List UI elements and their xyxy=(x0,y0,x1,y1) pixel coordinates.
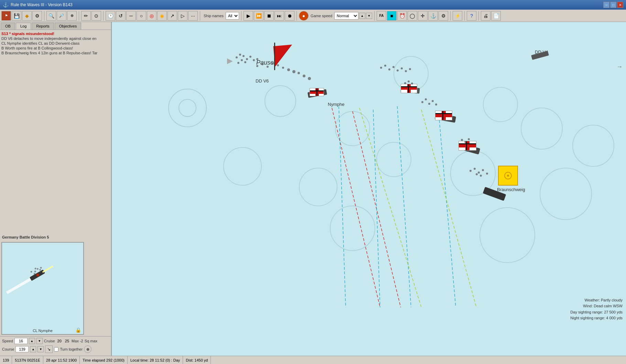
course-icon[interactable]: ↘ xyxy=(45,345,53,353)
main-layout: OB Log Reports Objectives S13 * signals … xyxy=(0,22,626,356)
svg-line-19 xyxy=(397,106,411,307)
fa-btn[interactable]: FA xyxy=(377,11,386,21)
ship-cluster-mid-upper[interactable] xyxy=(401,87,420,93)
log-entry-4: B Braunschweig fires 4 12in guns at B Re… xyxy=(1,51,110,55)
cl-nymphe-ship[interactable] xyxy=(308,91,327,96)
ship-column-mid[interactable] xyxy=(435,115,456,121)
target-box[interactable] xyxy=(498,166,518,186)
maximize-button[interactable]: □ xyxy=(610,2,616,8)
cross-btn[interactable]: ✛ xyxy=(418,11,428,21)
zoom-out-btn[interactable]: 🔎 xyxy=(57,11,66,21)
clock-btn[interactable]: 🕐 xyxy=(106,11,115,21)
lightning-btn[interactable]: ⚡ xyxy=(453,11,462,21)
svg-point-6 xyxy=(521,108,562,149)
svg-line-15 xyxy=(332,108,380,307)
toolbar-btn-1[interactable]: ⚑ xyxy=(1,11,11,21)
info-btn[interactable]: ⊙ xyxy=(91,11,101,21)
speed-down-btn[interactable]: ▼ xyxy=(366,13,372,19)
orange-btn[interactable]: ◉ xyxy=(157,11,167,21)
svg-point-2 xyxy=(265,86,296,117)
toolbar-btn-3[interactable]: ◆ xyxy=(22,11,32,21)
speed-up-btn[interactable]: ▲ xyxy=(359,13,365,19)
status-position: 5137N 00251E xyxy=(12,356,43,364)
minimap-lock-icon[interactable]: 🔒 xyxy=(75,327,81,333)
play-btn[interactable]: ▶ xyxy=(244,11,253,21)
svg-line-16 xyxy=(353,111,401,307)
window-controls[interactable]: ─ □ ✕ xyxy=(603,2,623,8)
ship-names-select[interactable]: All xyxy=(226,12,239,20)
divider-9 xyxy=(464,11,465,21)
svg-point-0 xyxy=(169,89,206,127)
zoom-in-btn[interactable]: 🔍 xyxy=(46,11,56,21)
ship-lower-mid[interactable] xyxy=(459,146,480,152)
anchor2-btn[interactable]: ⚓ xyxy=(428,11,438,21)
pointer-btn[interactable]: ▷ xyxy=(178,11,187,21)
minimap-label: CL Nymphe xyxy=(33,329,53,333)
toolbar-right: FA ■ ⏰ ◯ ✛ ⚓ ⚙ ⚡ ? 🖨 📄 xyxy=(377,11,501,21)
svg-point-14 xyxy=(480,208,535,263)
svg-point-9 xyxy=(377,142,411,177)
edit-btn[interactable]: ✏ xyxy=(81,11,91,21)
svg-point-11 xyxy=(540,168,592,220)
zoom-reset-btn[interactable]: ⊕ xyxy=(67,11,77,21)
minimize-button[interactable]: ─ xyxy=(603,2,609,8)
question-btn[interactable]: ? xyxy=(467,11,476,21)
nav-arrow-right: → xyxy=(616,63,623,70)
tab-reports[interactable]: Reports xyxy=(32,23,54,30)
svg-line-17 xyxy=(339,106,346,307)
status-time: 28 apr 11:52 1900 xyxy=(43,356,80,364)
left-panel: OB Log Reports Objectives S13 * signals … xyxy=(0,22,112,356)
tab-log[interactable]: Log xyxy=(16,23,31,30)
clock2-btn[interactable]: ⏰ xyxy=(397,11,407,21)
divider-2 xyxy=(79,11,79,21)
braunschweig-ship[interactable] xyxy=(483,190,506,197)
arrow-btn[interactable]: ↗ xyxy=(168,11,177,21)
divider-7 xyxy=(374,11,375,21)
speed-down[interactable]: ▼ xyxy=(36,338,43,344)
log-entry-1: DD V6 detaches to move independently aga… xyxy=(1,36,110,41)
speed-up[interactable]: ▲ xyxy=(29,338,35,344)
divider-3 xyxy=(103,11,104,21)
log-entry-3: B Worth opens fire at B Collingwood-clas… xyxy=(1,46,110,51)
close-button[interactable]: ✕ xyxy=(617,2,623,8)
status-local-time: Local time: 28 11:52 (0) : Day xyxy=(128,356,183,364)
svg-line-21 xyxy=(359,108,421,307)
print1-btn[interactable]: 🖨 xyxy=(481,11,490,21)
target-box-inner xyxy=(504,172,512,179)
dots-btn[interactable]: ··· xyxy=(188,11,198,21)
tab-ob[interactable]: OB xyxy=(1,23,15,30)
status-dist: Dist: 1450 yd xyxy=(183,356,211,364)
game-speed-select[interactable]: Normal xyxy=(334,12,358,20)
course-input[interactable] xyxy=(15,346,29,352)
speed-row: Speed ▲ ▼ Cruise 20 25 Max -2 Sq max xyxy=(2,338,109,344)
ff2-btn[interactable]: ⏭ xyxy=(274,11,284,21)
toolbar-btn-2[interactable]: 💾 xyxy=(12,11,21,21)
refresh-btn[interactable]: ↺ xyxy=(116,11,126,21)
end-btn[interactable]: ⏺ xyxy=(285,11,294,21)
play-controls: ▶ ⏩ ⏹ ⏭ ⏺ xyxy=(244,11,294,21)
circle2-btn[interactable]: ◯ xyxy=(408,11,417,21)
minus-btn[interactable]: ─ xyxy=(126,11,136,21)
log-entry-0: S13 * signals misunderstood! xyxy=(1,31,110,36)
map-area[interactable]: Paused DD V4 DD V6 Nymphe Braunschweig →… xyxy=(112,22,626,356)
course-up[interactable]: ▲ xyxy=(30,346,36,352)
circle-btn[interactable]: ○ xyxy=(137,11,146,21)
ff-btn[interactable]: ⏩ xyxy=(254,11,263,21)
speed-input[interactable] xyxy=(14,338,28,344)
svg-point-7 xyxy=(224,147,261,185)
toolbar-btn-4[interactable]: ⚙ xyxy=(32,11,42,21)
target-btn[interactable]: ◎ xyxy=(147,11,156,21)
print2-btn[interactable]: 📄 xyxy=(491,11,501,21)
gear2-btn[interactable]: ⚙ xyxy=(439,11,448,21)
divider-4 xyxy=(200,11,200,21)
cyan-btn[interactable]: ■ xyxy=(387,11,397,21)
stop-btn[interactable]: ⏹ xyxy=(264,11,274,21)
ddv4-ship[interactable] xyxy=(531,53,549,58)
ship-names-section: Ship names All xyxy=(202,12,239,20)
formation-btn[interactable]: ⊕ xyxy=(84,345,91,353)
game-speed-section: ● Game speed Normal ▲ ▼ xyxy=(299,11,372,21)
course-down[interactable]: ▼ xyxy=(37,346,44,352)
turn-together-checkbox[interactable] xyxy=(54,347,58,352)
status-elapsed: Time elapsed 292 (1000) xyxy=(80,356,128,364)
tab-objectives[interactable]: Objectives xyxy=(55,23,81,30)
